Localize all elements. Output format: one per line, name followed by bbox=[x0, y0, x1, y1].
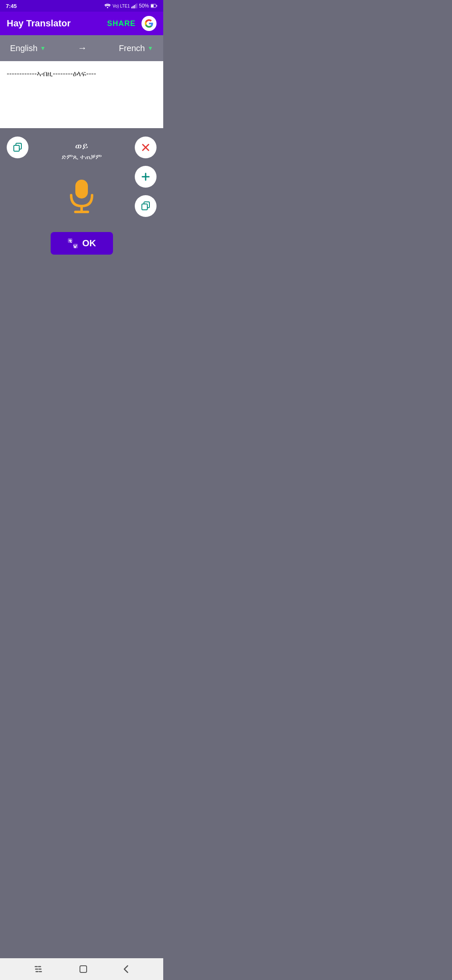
share-button[interactable]: SHARE bbox=[107, 19, 136, 28]
copy-left-icon bbox=[13, 142, 23, 152]
app-wrapper: 7:45 Vo) LTE1 50% Hay T bbox=[0, 0, 163, 353]
add-icon bbox=[141, 172, 150, 181]
source-language-selector[interactable]: English ▼ bbox=[10, 44, 46, 53]
svg-rect-10 bbox=[14, 145, 19, 151]
main-inner: ወይ ድምጺ ተጠቓም bbox=[0, 128, 163, 259]
target-language-selector[interactable]: French ▼ bbox=[119, 44, 153, 53]
content-area: English ▼ → French ▼ ------------ኣብዚ----… bbox=[0, 35, 163, 353]
status-icons: Vo) LTE1 50% bbox=[104, 3, 157, 9]
svg-rect-2 bbox=[133, 6, 134, 8]
source-language-name: English bbox=[10, 44, 38, 53]
svg-rect-7 bbox=[157, 5, 157, 7]
google-logo-icon bbox=[144, 19, 154, 28]
svg-rect-16 bbox=[142, 204, 147, 210]
main-content: ወይ ድምጺ ተጠቓም bbox=[0, 128, 163, 353]
app-title: Hay Translator bbox=[7, 18, 71, 29]
source-lang-dropdown-icon: ▼ bbox=[40, 45, 46, 52]
target-language-name: French bbox=[119, 44, 145, 53]
close-icon bbox=[141, 143, 150, 152]
voice-subtitle: ድምጺ ተጠቓም bbox=[62, 153, 102, 161]
signal-icon bbox=[131, 3, 137, 8]
google-icon[interactable] bbox=[141, 16, 157, 31]
ok-label: OK bbox=[82, 238, 96, 249]
svg-rect-8 bbox=[151, 5, 154, 7]
copy-right-icon bbox=[141, 201, 151, 211]
microphone-container[interactable] bbox=[65, 178, 98, 215]
wifi-icon bbox=[104, 3, 111, 8]
svg-rect-3 bbox=[134, 5, 135, 8]
microphone-icon[interactable] bbox=[65, 178, 98, 215]
svg-point-0 bbox=[107, 7, 108, 8]
app-bar-right: SHARE bbox=[107, 16, 157, 31]
svg-rect-17 bbox=[75, 180, 88, 199]
voice-status: ወይ ድምጺ ተጠቓም bbox=[62, 141, 102, 161]
add-button[interactable] bbox=[135, 166, 157, 188]
direction-arrow-icon: → bbox=[78, 43, 87, 54]
battery-level: 50% bbox=[139, 3, 149, 9]
ok-button[interactable]: OK bbox=[51, 232, 113, 255]
translate-icon bbox=[67, 238, 78, 249]
svg-rect-4 bbox=[135, 4, 136, 8]
language-bar: English ▼ → French ▼ bbox=[0, 35, 163, 61]
target-lang-dropdown-icon: ▼ bbox=[147, 45, 153, 52]
app-bar: Hay Translator SHARE bbox=[0, 12, 163, 35]
signal-text: Vo) LTE1 bbox=[113, 4, 130, 8]
voice-title: ወይ bbox=[62, 141, 102, 152]
source-text-input[interactable]: ------------ኣብዚ--------ዕላፍ---- bbox=[7, 70, 157, 120]
status-bar: 7:45 Vo) LTE1 50% bbox=[0, 0, 163, 12]
close-button[interactable] bbox=[135, 137, 157, 158]
svg-rect-1 bbox=[131, 7, 132, 8]
status-time: 7:45 bbox=[6, 3, 17, 9]
svg-rect-5 bbox=[136, 3, 137, 8]
text-input-area[interactable]: ------------ኣብዚ--------ዕላፍ---- bbox=[0, 61, 163, 128]
battery-icon bbox=[151, 4, 157, 8]
copy-right-button[interactable] bbox=[135, 195, 157, 217]
copy-left-button[interactable] bbox=[7, 137, 28, 158]
